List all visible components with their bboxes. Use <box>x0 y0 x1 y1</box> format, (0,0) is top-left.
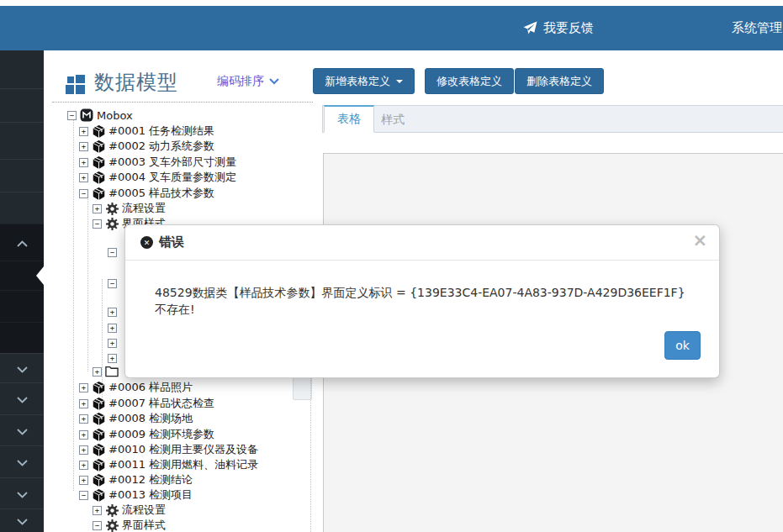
tree-row[interactable]: +#0003 叉车外部尺寸测量 <box>79 155 236 170</box>
expand-node-icon[interactable]: + <box>93 506 102 515</box>
tab-table[interactable]: 表格 <box>324 105 374 133</box>
tree-row[interactable]: −界面样式 <box>93 518 166 532</box>
tree-row-occluded[interactable]: + <box>108 304 117 319</box>
tree-node-label: #0006 样品照片 <box>108 380 193 395</box>
chevron-down-icon <box>17 361 28 377</box>
sidebar-item-3[interactable] <box>0 159 44 192</box>
sidebar-item-11[interactable] <box>0 414 44 445</box>
tree-row[interactable]: +流程设置 <box>93 201 166 216</box>
sort-order-dropdown[interactable]: 编码排序 <box>217 74 279 89</box>
tree-row[interactable]: +#0010 检测用主要仪器及设备 <box>79 442 258 457</box>
sidebar-item-12[interactable] <box>0 445 44 477</box>
tree-row-occluded[interactable]: + <box>108 320 117 335</box>
close-icon[interactable]: × <box>692 230 707 250</box>
tree-node-label: #0005 样品技术参数 <box>108 186 214 201</box>
ok-button[interactable]: ok <box>664 331 701 360</box>
sidebar-item-2[interactable] <box>0 122 44 159</box>
error-dialog-title: 错误 <box>159 234 184 250</box>
chevron-down-icon <box>17 486 28 502</box>
sidebar-item-0[interactable] <box>0 50 44 88</box>
tree-row[interactable]: +#0001 任务检测结果 <box>79 124 214 139</box>
edit-table-definition-button[interactable]: 修改表格定义 <box>425 68 514 94</box>
expand-node-icon[interactable]: + <box>79 445 88 455</box>
tree-row[interactable]: −#0005 样品技术参数 <box>79 186 214 201</box>
sidebar-item-14[interactable] <box>0 508 44 532</box>
tree-node-label: Mobox <box>97 109 133 122</box>
tree-row[interactable]: +#0002 动力系统参数 <box>79 139 214 154</box>
collapse-node-icon[interactable]: − <box>108 279 117 288</box>
expand-node-icon[interactable]: + <box>79 476 88 485</box>
sidebar-item-5[interactable] <box>0 224 44 261</box>
collapse-node-icon[interactable]: − <box>79 189 88 198</box>
sidebar-item-13[interactable] <box>0 477 44 508</box>
sidebar-item-6[interactable] <box>0 261 44 290</box>
delete-table-definition-button[interactable]: 删除表格定义 <box>515 68 604 94</box>
sidebar-item-8[interactable] <box>0 322 44 353</box>
tab-style[interactable]: 样式 <box>368 105 417 133</box>
feedback-menu-item[interactable]: 我要反馈 <box>523 6 594 50</box>
tree-row[interactable]: +#0008 检测场地 <box>79 411 193 426</box>
tree-guide-line <box>87 199 88 371</box>
tree-node-label: 流程设置 <box>122 201 166 216</box>
tree-row-occluded[interactable]: − <box>108 245 117 260</box>
gear-icon <box>105 202 119 215</box>
sidebar-item-9[interactable] <box>0 353 44 382</box>
sidebar-item-4[interactable] <box>0 192 44 224</box>
tree-row[interactable]: +#0006 样品照片 <box>79 380 193 395</box>
expand-node-icon[interactable]: + <box>108 339 117 348</box>
left-sidebar <box>0 50 44 532</box>
tree-row-occluded[interactable]: + <box>93 364 119 379</box>
tree-row[interactable]: +#0012 检测结论 <box>79 472 193 487</box>
expand-node-icon[interactable]: + <box>108 308 117 317</box>
feedback-label: 我要反馈 <box>543 20 594 36</box>
caret-down-icon <box>396 80 403 83</box>
tree-node-label: 流程设置 <box>122 503 166 518</box>
top-margin <box>0 0 783 6</box>
tree-row[interactable]: −#0013 检测项目 <box>79 487 193 503</box>
collapse-node-icon[interactable]: − <box>67 111 77 120</box>
sidebar-item-7[interactable] <box>0 290 44 322</box>
collapse-node-icon[interactable]: − <box>79 491 88 500</box>
collapse-node-icon[interactable]: − <box>108 248 117 257</box>
sidebar-item-1[interactable] <box>0 88 44 122</box>
expand-node-icon[interactable]: + <box>79 127 88 136</box>
expand-node-icon[interactable]: + <box>79 383 88 392</box>
add-table-definition-button[interactable]: 新增表格定义 <box>313 68 415 94</box>
tree-node-label: #0007 样品状态检查 <box>108 396 214 411</box>
sort-order-label: 编码排序 <box>217 74 264 89</box>
tree-row[interactable]: +#0004 叉车质量参数测定 <box>79 170 236 185</box>
cube-icon <box>92 458 105 471</box>
sidebar-item-10[interactable] <box>0 382 44 414</box>
tree-row-occluded[interactable]: − <box>108 276 117 291</box>
collapse-node-icon[interactable]: − <box>93 219 102 229</box>
expand-node-icon[interactable]: + <box>108 324 117 333</box>
system-admin-menu-item[interactable]: 系统管理 <box>732 6 782 50</box>
delete-table-definition-label: 删除表格定义 <box>526 74 592 89</box>
expand-node-icon[interactable]: + <box>79 414 88 424</box>
cube-icon <box>92 381 105 394</box>
collapse-node-icon[interactable]: − <box>93 521 102 530</box>
tree-row[interactable]: +流程设置 <box>93 503 166 518</box>
gear-icon <box>105 217 119 230</box>
cube-icon <box>92 443 105 456</box>
folder-icon <box>105 365 119 378</box>
expand-node-icon[interactable]: + <box>93 367 102 377</box>
top-navbar: 我要反馈 系统管理 <box>0 6 783 50</box>
tree-row-occluded[interactable]: + <box>108 335 117 350</box>
tree-row[interactable]: +#0007 样品状态检查 <box>79 396 214 411</box>
expand-node-icon[interactable]: + <box>79 142 88 151</box>
expand-node-icon[interactable]: + <box>79 173 88 182</box>
expand-node-icon[interactable]: + <box>79 461 88 470</box>
error-circle-icon: ✕ <box>140 236 153 249</box>
cube-icon <box>92 473 105 487</box>
tree-row[interactable]: −Mobox <box>67 108 133 123</box>
expand-node-icon[interactable]: + <box>79 399 88 408</box>
tree-row[interactable]: +#0011 检测用燃料、油料记录 <box>79 457 258 472</box>
tree-row[interactable]: +#0009 检测环境参数 <box>79 427 214 442</box>
expand-node-icon[interactable]: + <box>79 158 88 167</box>
expand-node-icon[interactable]: + <box>93 204 102 213</box>
expand-node-icon[interactable]: + <box>79 430 88 440</box>
chevron-down-icon <box>17 423 28 439</box>
splitter-guide-line <box>310 377 311 532</box>
expand-node-icon[interactable]: + <box>108 354 117 363</box>
